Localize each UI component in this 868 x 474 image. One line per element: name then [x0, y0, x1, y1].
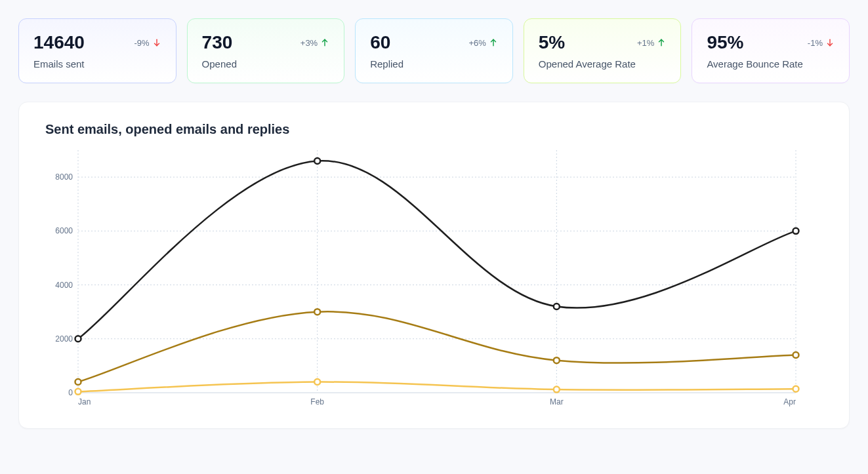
stat-label: Replied	[370, 58, 498, 69]
stat-average-bounce-rate: 95% -1% Average Bounce Rate	[692, 18, 850, 83]
stat-delta: +3%	[300, 38, 329, 48]
stats-row: 14640 -9% Emails sent 730 +3% Opened 60	[18, 18, 850, 83]
svg-text:0: 0	[68, 388, 73, 397]
stat-delta: -9%	[134, 38, 161, 48]
svg-point-40	[77, 390, 79, 393]
svg-text:8000: 8000	[55, 172, 73, 182]
chart-card: Sent emails, opened emails and replies 0…	[18, 102, 850, 429]
stat-replied: 60 +6% Replied	[355, 18, 513, 83]
svg-point-32	[77, 381, 79, 384]
svg-text:Mar: Mar	[550, 397, 564, 406]
stat-label: Average Bounce Rate	[707, 58, 835, 69]
svg-point-44	[555, 388, 558, 391]
svg-point-36	[555, 359, 558, 362]
stat-value: 730	[202, 32, 233, 53]
stat-label: Opened	[202, 58, 330, 69]
arrow-up-icon	[320, 38, 329, 47]
stat-label: Opened Average Rate	[539, 58, 667, 69]
svg-text:2000: 2000	[55, 334, 73, 344]
chart-title: Sent emails, opened emails and replies	[45, 122, 823, 137]
svg-point-34	[316, 311, 319, 313]
svg-point-24	[77, 338, 79, 340]
stat-delta: +1%	[637, 38, 666, 48]
svg-point-30	[795, 229, 797, 232]
stat-value: 14640	[33, 32, 85, 53]
stat-delta: +6%	[468, 38, 497, 48]
svg-text:Feb: Feb	[310, 397, 324, 406]
svg-text:Apr: Apr	[783, 397, 796, 406]
stat-emails-sent: 14640 -9% Emails sent	[18, 18, 176, 83]
arrow-up-icon	[489, 38, 498, 47]
arrow-down-icon	[825, 38, 835, 47]
stat-label: Emails sent	[33, 58, 161, 69]
stat-opened: 730 +3% Opened	[187, 18, 345, 83]
stat-delta: -1%	[808, 38, 835, 48]
arrow-down-icon	[152, 38, 161, 47]
svg-text:6000: 6000	[55, 226, 73, 235]
svg-point-38	[795, 353, 797, 356]
svg-text:4000: 4000	[55, 281, 73, 290]
svg-point-28	[555, 305, 558, 307]
stat-value: 5%	[539, 32, 565, 53]
svg-point-42	[316, 381, 319, 384]
svg-text:Jan: Jan	[78, 397, 91, 406]
svg-point-26	[316, 159, 319, 162]
svg-point-46	[795, 387, 797, 390]
stat-value: 95%	[707, 32, 743, 53]
line-chart: 02000400060008000JanFebMarApr	[45, 144, 802, 412]
arrow-up-icon	[657, 38, 666, 47]
stat-value: 60	[370, 32, 390, 53]
stat-opened-average-rate: 5% +1% Opened Average Rate	[524, 18, 682, 83]
